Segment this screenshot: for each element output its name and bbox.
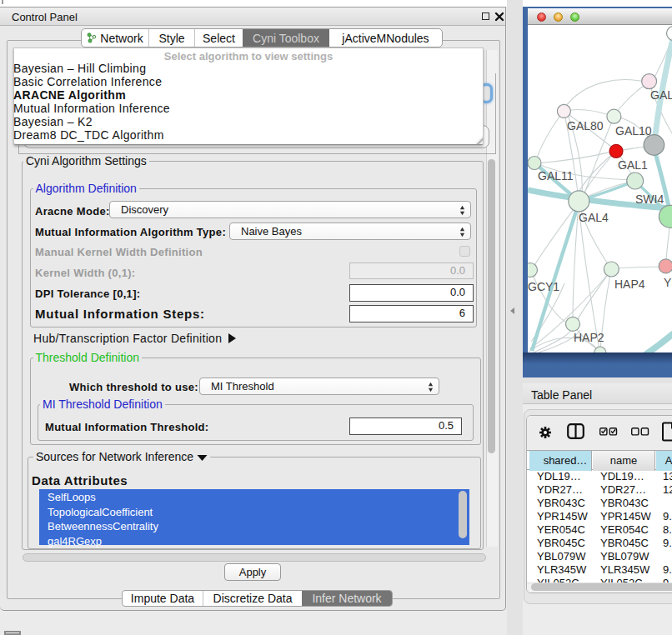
svg-text:SWI4: SWI4 xyxy=(635,192,664,206)
svg-text:GAL80: GAL80 xyxy=(567,119,604,132)
svg-text:GAL1: GAL1 xyxy=(618,158,648,172)
svg-text:GAL8: GAL8 xyxy=(650,88,672,102)
svg-text:GAL10: GAL10 xyxy=(615,124,652,138)
svg-text:GCY1: GCY1 xyxy=(528,280,559,293)
svg-text:HAP4: HAP4 xyxy=(614,278,645,291)
svg-text:GAL4: GAL4 xyxy=(579,211,609,224)
svg-text:GAL11: GAL11 xyxy=(538,169,574,182)
svg-text:YM: YM xyxy=(664,276,672,289)
svg-text:HAP2: HAP2 xyxy=(574,331,604,344)
